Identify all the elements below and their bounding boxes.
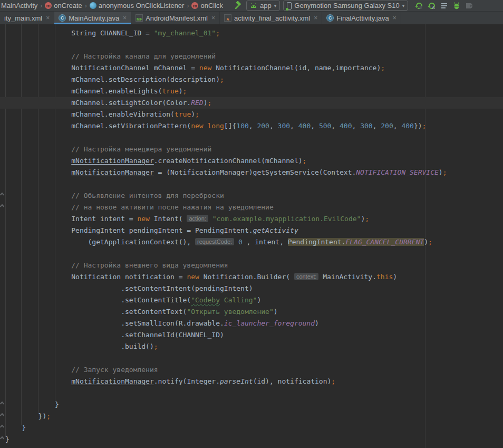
code-line[interactable]: mNotificationManager = (NotificationMana… [0,167,503,178]
editor[interactable]: String CHANNEL_ID = "my_channel_01"; // … [0,24,503,448]
tab-label: AndroidManifest.xml [146,14,208,22]
code-line[interactable]: // Обьявление интентов для переброски [0,190,503,202]
close-icon[interactable]: × [314,14,317,22]
code-line[interactable]: mChannel.enableVibration(true); [0,109,503,120]
code-line[interactable]: // на новое активити после нажатия на ув… [0,202,503,213]
tab-label: activity_final_acttivity.xml [234,14,310,22]
code-line[interactable]: mNotificationManager.createNotificationC… [0,155,503,167]
code-line[interactable]: (getApplicationContext(), requestCode: 0… [0,236,503,248]
code-line[interactable]: PendingIntent pendingIntent = PendingInt… [0,225,503,236]
code-token: 400 [401,122,413,130]
method-icon: m [45,2,52,9]
code-line[interactable] [0,178,503,190]
breadcrumb-item-onclick[interactable]: m onClick [191,2,223,9]
tab-label: MainActivity.java [69,14,119,22]
code-line[interactable]: String CHANNEL_ID = "my_channel_01"; [0,27,503,39]
anonymous-class-icon [90,2,96,9]
code-line[interactable] [0,387,503,399]
code-token: this [376,273,393,281]
code-line[interactable] [0,248,503,260]
code-line[interactable]: } [0,399,503,411]
code-line[interactable]: .build(); [0,341,503,352]
code-line[interactable]: Notification notification = new Notifica… [0,271,503,283]
code-line[interactable]: mChannel.setDescription(description); [0,74,503,85]
code-line[interactable]: mChannel.setLightColor(Color.RED); [0,97,503,109]
code-token: .setContentIntent(pendingIntent) [5,284,253,292]
code-token: ) [439,168,443,176]
code-token: action: [187,215,208,222]
tab-activity-final-acttivity-xml[interactable]: A activity_final_acttivity.xml × [220,12,322,24]
code-line[interactable]: .setChannelId(CHANNEL_ID) [0,329,503,341]
code-token: 100 [236,122,248,130]
code-line[interactable]: // Настройка менеджера уведомлений [0,144,503,155]
code-line[interactable]: mChannel.enableLights(true); [0,85,503,97]
java-class-icon: C [326,14,334,22]
tab-label: FinalActtivity.java [336,14,389,22]
code-token: mNotificationManager [71,157,154,165]
code-line[interactable] [0,39,503,51]
profiler-button[interactable] [438,1,450,11]
code-token: ; [381,64,385,72]
run-configuration-select[interactable]: app ▾ [246,1,280,11]
code-token: // Настройка менеджера уведомлений [5,145,211,153]
code-token [234,238,238,246]
close-icon[interactable]: × [211,14,215,22]
code-token: FLAG_CANCEL_CURRENT [345,238,424,246]
code-line[interactable]: // Настройка канала для уведомлений [0,51,503,62]
code-lines: String CHANNEL_ID = "my_channel_01"; // … [0,27,503,445]
apply-code-changes-button[interactable]: A [425,1,438,11]
close-icon[interactable]: × [123,14,127,22]
code-line[interactable] [0,352,503,364]
code-token: , [249,122,257,130]
code-line[interactable] [0,132,503,144]
hammer-icon [233,1,241,10]
code-token: true [162,87,178,95]
code-token: , [331,122,340,130]
code-token [208,215,212,223]
rerun-activity-icon [414,1,423,10]
tab-activity-main-xml[interactable]: ity_main.xml × [0,12,54,24]
tab-mainactivity-java[interactable]: C MainActivity.java × [54,12,131,24]
code-token: // Запуск уведомления [5,366,158,374]
code-line[interactable]: Intent intent = new Intent( action: "com… [0,213,503,225]
breadcrumb-item-class[interactable]: MainActivity [1,2,37,9]
code-token: ; [365,215,369,223]
attach-debugger-button[interactable] [450,1,463,11]
code-token: , [373,122,381,130]
code-token: 0 [238,238,243,246]
code-line[interactable]: }); [0,411,503,422]
code-line[interactable]: .setContentText("Открыть уведомление") [0,306,503,318]
code-token: ) [179,87,183,95]
code-token: RED [191,99,203,107]
close-icon[interactable]: × [46,14,50,22]
code-token: .build() [5,342,154,350]
breadcrumb-item-anonymous-class[interactable]: anonymous OnClickListener [90,2,185,9]
code-line[interactable]: } [0,434,503,445]
tab-finalacttivity-java[interactable]: C FinalActtivity.java × [322,12,401,24]
close-icon[interactable]: × [393,14,396,22]
code-token: , [290,122,298,130]
code-token: (id), notification) [253,377,332,385]
device-select[interactable]: Genymotion Samsung Galaxy S10 ▾ [283,1,408,11]
code-token: , [352,122,361,130]
code-token: }) [414,122,422,130]
tab-androidmanifest-xml[interactable]: MF AndroidManifest.xml × [131,12,220,24]
code-line[interactable]: mNotificationManager.notify(Integer.pars… [0,376,503,387]
code-token: ; [422,122,427,130]
code-line[interactable]: } [0,422,503,434]
code-token: mChannel.setDescription(description) [5,75,220,83]
rerun-activity-button[interactable] [412,1,425,11]
breadcrumb-item-oncreate[interactable]: m onCreate [45,2,82,9]
code-line[interactable]: NotificationChannel mChannel = new Notif… [0,62,503,74]
code-token: 500 [319,122,331,130]
breadcrumb-separator-icon: › [84,2,88,9]
code-line[interactable]: .setSmallIcon(R.drawable.ic_launcher_for… [0,318,503,329]
code-token: (getApplicationContext(), [5,238,195,246]
code-line[interactable]: .setContentIntent(pendingIntent) [0,283,503,294]
build-button[interactable] [230,1,243,11]
code-line[interactable]: // Настройка внешнего вида уведомления [0,260,503,271]
code-token: ) [191,110,195,118]
code-line[interactable]: mChannel.setVibrationPattern(new long[]{… [0,120,503,132]
code-line[interactable]: // Запуск уведомления [0,364,503,376]
code-line[interactable]: .setContentTitle("Codeby Calling") [0,294,503,306]
